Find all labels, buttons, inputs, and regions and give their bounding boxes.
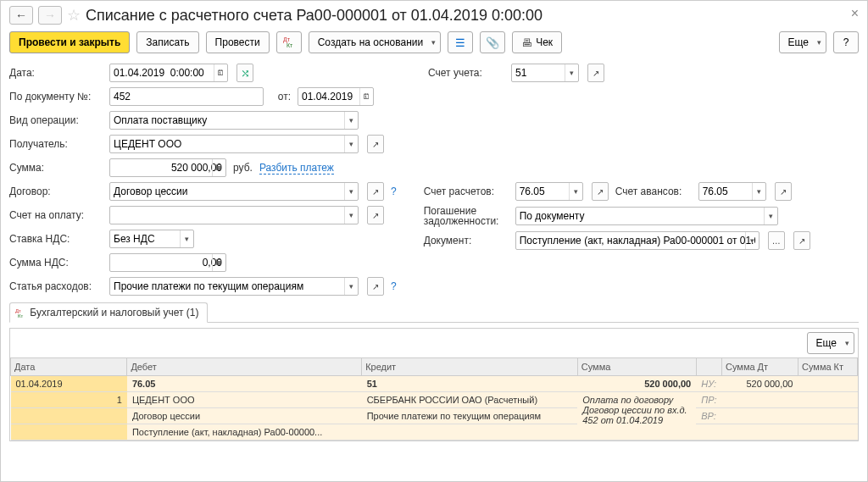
check-label: Чек [536, 36, 553, 48]
optype-label: Вид операции: [9, 114, 103, 126]
attachment-button[interactable]: 📎 [480, 31, 505, 53]
contract-input[interactable] [109, 182, 359, 201]
open-icon[interactable]: ↗ [587, 64, 604, 82]
dropdown-icon[interactable]: ▾ [565, 64, 578, 81]
favorite-icon[interactable]: ☆ [67, 6, 81, 25]
more-button[interactable]: Еще [779, 31, 826, 53]
optype-input[interactable] [109, 111, 359, 130]
svg-text:Кт: Кт [18, 313, 23, 319]
more-icon[interactable]: … [768, 231, 785, 250]
date-input[interactable] [109, 64, 228, 82]
calendar-icon[interactable]: 🗓 [214, 64, 227, 81]
vatrate-label: Ставка НДС: [9, 233, 103, 245]
forward-button[interactable]: → [38, 6, 62, 25]
th-blank [696, 358, 721, 376]
open-icon[interactable]: ↗ [367, 135, 384, 153]
th-sumdt: Сумма Дт [722, 358, 798, 376]
dropdown-icon[interactable]: ▾ [180, 230, 193, 247]
vatsum-input[interactable] [109, 253, 226, 272]
calendar-icon-2[interactable]: 🗓 [359, 88, 373, 105]
sum-input[interactable] [109, 158, 226, 177]
open-icon[interactable]: ↗ [367, 182, 384, 201]
post-button[interactable]: Провести [206, 31, 270, 53]
dropdown-icon[interactable]: ▾ [344, 183, 358, 200]
invoice-label: Счет на оплату: [9, 209, 103, 221]
post-and-close-button[interactable]: Провести и закрыть [9, 31, 130, 53]
account-label: Счет учета: [428, 67, 504, 79]
recipient-label: Получатель: [9, 138, 103, 150]
dropdown-icon[interactable]: ▾ [344, 112, 358, 129]
expense-label: Статья расходов: [9, 280, 103, 292]
svg-text:Кт: Кт [287, 42, 293, 48]
window-title: Списание с расчетного счета Ра00-000001 … [86, 7, 542, 25]
docnum-label: По документу №: [9, 91, 103, 102]
accounting-table: Дата Дебет Кредит Сумма Сумма Дт Сумма К… [10, 357, 858, 440]
invoice-input[interactable] [109, 206, 359, 224]
table-row[interactable]: 1 ЦЕДЕНТ ООО СБЕРБАНК РОССИИ ОАО (Расчет… [11, 392, 858, 408]
docnum-input[interactable] [109, 87, 264, 106]
th-date: Дата [11, 358, 127, 376]
expense-input[interactable] [109, 277, 359, 296]
split-payment-link[interactable]: Разбить платеж [259, 162, 334, 175]
dropdown-icon[interactable]: ▾ [764, 208, 777, 224]
advacc-label: Счет авансов: [615, 186, 692, 197]
th-credit: Кредит [362, 358, 578, 376]
debtpay-label: Погашение задолженности: [424, 206, 509, 226]
open-icon[interactable]: ↗ [793, 231, 810, 250]
th-debit: Дебет [127, 358, 362, 376]
th-sumkt: Сумма Кт [798, 358, 858, 376]
table-row[interactable]: 01.04.2019 76.05 51 520 000,00 НУ: 520 0… [11, 376, 858, 392]
dropdown-icon[interactable]: ▾ [569, 183, 582, 200]
th-sum: Сумма [577, 358, 696, 376]
date-label: Дата: [9, 67, 103, 79]
dropdown-icon[interactable]: ▾ [745, 232, 759, 249]
calcacc-label: Счет расчетов: [424, 186, 509, 197]
tab-label: Бухгалтерский и налоговый учет (1) [30, 307, 198, 319]
vatsum-label: Сумма НДС: [9, 257, 103, 269]
history-button[interactable]: ☰ [448, 31, 473, 53]
dropdown-icon[interactable]: ▾ [752, 183, 765, 200]
grid-more-button[interactable]: Еще [807, 332, 854, 354]
help-icon[interactable]: ? [391, 186, 397, 197]
dropdown-icon[interactable]: ▾ [344, 136, 358, 152]
debtpay-input[interactable] [515, 207, 778, 225]
open-icon[interactable]: ↗ [592, 182, 609, 201]
help-button[interactable]: ? [833, 31, 859, 53]
calc-icon[interactable]: 🖩 [212, 254, 225, 271]
save-button[interactable]: Записать [136, 31, 198, 53]
open-icon[interactable]: ↗ [775, 182, 792, 201]
dropdown-icon[interactable]: ▾ [344, 278, 358, 295]
sum-label: Сумма: [9, 162, 103, 174]
ot-label: от: [270, 91, 291, 102]
create-based-on-button[interactable]: Создать на основании [309, 31, 442, 53]
table-row[interactable]: Договор цессии Прочие платежи по текущим… [11, 408, 858, 424]
dropdown-icon[interactable]: ▾ [344, 207, 358, 224]
contract-label: Договор: [9, 186, 103, 197]
calc-icon[interactable]: 🖩 [212, 159, 225, 176]
open-icon[interactable]: ↗ [367, 206, 384, 224]
recipient-input[interactable] [109, 135, 359, 153]
back-button[interactable]: ← [9, 6, 33, 25]
dtkt-button[interactable]: ДтКт [276, 31, 302, 53]
document-label: Документ: [424, 235, 509, 247]
table-row[interactable]: Поступление (акт, накладная) Ра00-00000.… [11, 424, 858, 440]
open-icon[interactable]: ↗ [367, 277, 384, 296]
refresh-icon[interactable]: ⤭ [236, 64, 253, 82]
close-icon[interactable]: × [851, 6, 859, 21]
document-input[interactable] [515, 231, 760, 250]
rub-label: руб. [233, 162, 253, 174]
tab-accounting[interactable]: ДтКт Бухгалтерский и налоговый учет (1) [9, 302, 208, 323]
help-icon[interactable]: ? [391, 280, 397, 292]
check-button[interactable]: 🖶 Чек [512, 31, 562, 53]
